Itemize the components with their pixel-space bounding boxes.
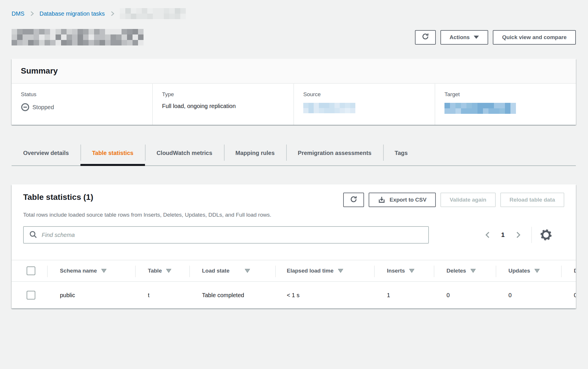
pagination-divider [531,227,532,243]
table-statistics-table: Schema name Table Load state Elapsed loa… [12,260,576,308]
pagination: 1 [481,227,552,243]
sort-icon [409,268,415,273]
tab-bar: Overview details Table statistics CloudW… [12,140,576,166]
sort-icon [534,268,540,273]
column-header-load-state[interactable]: Load state [189,260,275,281]
table-buttons: Export to CSV Validate again Reload tabl… [343,193,564,207]
page-header: Actions Quick view and compare [12,29,576,45]
column-header-schema-name[interactable]: Schema name [47,260,135,281]
cell-load-state: Table completed [202,292,244,299]
quick-view-compare-button[interactable]: Quick view and compare [493,30,576,45]
status-value: Stopped [21,103,146,112]
chevron-right-icon [28,10,35,17]
search-box [23,226,429,244]
column-header-updates[interactable]: Updates [496,260,561,281]
summary-title: Summary [21,66,567,76]
column-header-inserts[interactable]: Inserts [374,260,434,281]
tab-cloudwatch-metrics[interactable]: CloudWatch metrics [145,140,224,165]
cell-inserts: 1 [387,292,390,299]
table-refresh-button[interactable] [343,193,364,207]
source-label: Source [303,91,429,98]
row-checkbox[interactable] [27,291,35,299]
source-value-redacted [303,103,429,113]
search-icon [29,230,38,240]
tab-overview-details[interactable]: Overview details [12,140,80,165]
refresh-button[interactable] [415,30,436,45]
summary-header: Summary [12,59,576,84]
table-statistics-header: Table statistics (1) Export to CSV [23,193,564,207]
page-number[interactable]: 1 [495,231,511,239]
previous-page-button[interactable] [481,229,495,241]
summary-fields: Status Stopped Type Full load, ongoing r… [12,84,576,125]
cell-table: t [148,292,150,299]
table-statistics-card: Table statistics (1) Export to CSV [12,184,576,308]
breadcrumb-link-dms[interactable]: DMS [12,10,24,17]
target-label: Target [444,91,570,98]
table-header-row: Schema name Table Load state Elapsed loa… [12,260,576,282]
search-row: 1 [23,226,564,244]
breadcrumb: DMS Database migration tasks [12,8,576,19]
refresh-icon [350,195,358,205]
stopped-icon [21,103,30,112]
tab-table-statistics[interactable]: Table statistics [80,140,145,165]
status-label: Status [21,91,146,98]
select-all-cell [12,260,47,281]
tab-mapping-rules[interactable]: Mapping rules [224,140,286,165]
cell-elapsed-load-time: < 1 s [287,292,299,299]
type-label: Type [162,91,288,98]
sort-icon [245,268,250,273]
target-value-redacted [444,103,570,114]
sort-icon [338,268,343,273]
cell-updates: 0 [508,292,512,299]
refresh-icon [421,32,429,42]
column-header-deletes[interactable]: Deletes [434,260,496,281]
header-actions: Actions Quick view and compare [415,30,576,45]
summary-field-type: Type Full load, ongoing replication [152,84,293,125]
search-input[interactable] [23,226,429,244]
cell-deletes: 0 [446,292,450,299]
breadcrumb-link-tasks[interactable]: Database migration tasks [39,10,105,17]
select-all-checkbox[interactable] [27,266,35,275]
gear-icon [540,229,552,241]
breadcrumb-redacted-task-name [120,8,186,19]
column-header-elapsed-load-time[interactable]: Elapsed load time [275,260,374,281]
column-header-table[interactable]: Table [135,260,189,281]
actions-button[interactable]: Actions [440,30,488,45]
validate-again-button[interactable]: Validate again [440,193,496,207]
cell-schema-name: public [60,292,75,299]
download-icon [378,196,385,204]
tab-tags[interactable]: Tags [383,140,419,165]
row-select-cell [12,291,47,299]
type-value: Full load, ongoing replication [162,103,288,109]
cell-clipped: 0 [574,292,576,299]
summary-field-status: Status Stopped [12,84,152,125]
page-title-redacted [12,29,144,45]
caret-down-icon [474,36,479,39]
sort-icon [470,268,476,273]
next-page-button[interactable] [511,229,525,241]
summary-field-source: Source [293,84,435,125]
reload-table-data-button[interactable]: Reload table data [500,193,564,207]
settings-gear-button[interactable] [540,229,552,241]
table-statistics-title: Table statistics (1) [23,193,93,202]
chevron-right-icon [109,10,116,17]
table-row: public t Table completed < 1 s 1 0 0 0 [12,282,576,308]
summary-field-target: Target [435,84,576,125]
sort-icon [101,268,107,273]
table-statistics-description: Total rows include loaded source table r… [23,212,564,218]
export-to-csv-button[interactable]: Export to CSV [369,193,436,207]
summary-card: Summary Status Stopped Type Full load, o… [12,59,576,125]
sort-icon [166,268,172,273]
column-header-clipped[interactable]: D [561,260,576,281]
dms-task-page: DMS Database migration tasks Actions Qui… [0,0,588,369]
tab-premigration-assessments[interactable]: Premigration assessments [286,140,383,165]
